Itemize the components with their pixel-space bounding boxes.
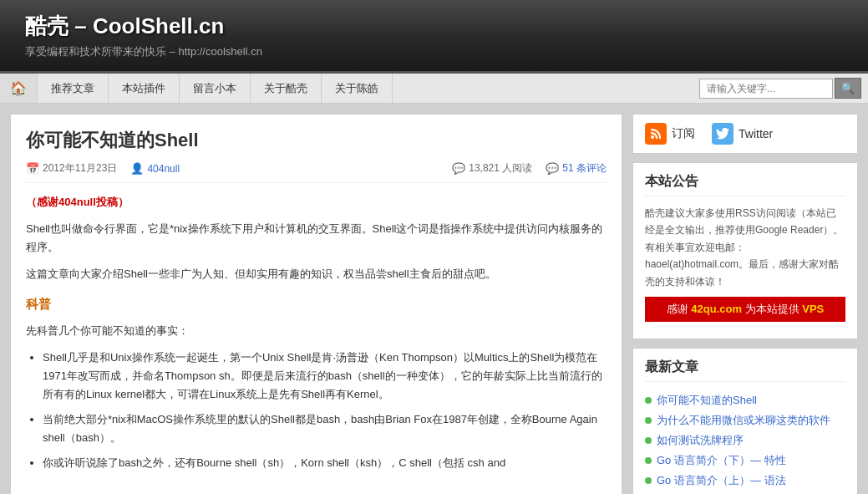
notice-title: 本站公告 — [645, 173, 845, 196]
section-title-1: 科普 — [26, 293, 607, 315]
sidebar: 订阅 Twitter 本站公告 酷壳建议大家多使用RSS访问阅读（本站已经是全文… — [632, 114, 858, 494]
rss-icon — [645, 123, 667, 145]
list-item: Shell几乎是和Unix操作系统一起诞生，第一个Unix Shell是肯·汤普… — [43, 349, 607, 404]
vps-notice: 感谢 42qu.com 为本站提供 VPS — [645, 297, 845, 322]
list-item: 你可能不知道的Shell — [645, 390, 845, 410]
meta-date: 📅 2012年11月23日 — [26, 161, 117, 176]
section-intro: 先科普几个你可能不知道的事实： — [26, 322, 607, 340]
comments-icon: 💬 — [546, 162, 559, 175]
sidebar-notice: 本站公告 酷壳建议大家多使用RSS访问阅读（本站已经是全文输出，推荐使用Goog… — [632, 162, 858, 339]
nav-home-icon[interactable]: 🏠 — [0, 74, 38, 103]
views-icon: 💬 — [452, 162, 465, 175]
article-link[interactable]: 如何测试洗牌程序 — [657, 433, 744, 448]
rss-subscribe[interactable]: 订阅 — [645, 123, 695, 145]
nav-item-about-site[interactable]: 关于酷壳 — [251, 74, 322, 104]
search-input[interactable] — [699, 79, 833, 99]
twitter-follow[interactable]: Twitter — [712, 123, 773, 145]
list-item: Go 语言简介（上）— 语法 — [645, 471, 845, 491]
list-item: 为什么不能用微信或米聊这类的软件 — [645, 410, 845, 430]
twitter-label: Twitter — [739, 127, 773, 140]
site-title: 酷壳 – CoolShell.cn — [25, 12, 843, 41]
nav-item-recommended[interactable]: 推荐文章 — [38, 74, 109, 104]
author-link[interactable]: 404null — [147, 163, 180, 175]
main-layout: 你可能不知道的Shell 📅 2012年11月23日 👤 404null 💬 1… — [0, 104, 868, 494]
article-title: 你可能不知道的Shell — [26, 128, 607, 153]
article-link[interactable]: 你可能不知道的Shell — [657, 393, 757, 408]
meta-views: 💬 13,821 人阅读 — [452, 161, 532, 176]
main-nav: 🏠 推荐文章 本站插件 留言小本 关于酷壳 关于陈皓 🔍 — [0, 74, 868, 104]
article-intro1: Shell也叫做命令行界面，它是*nix操作系统下用户和计算机的交互界面。She… — [26, 220, 607, 257]
author-icon: 👤 — [130, 162, 144, 175]
article-link[interactable]: 为什么不能用微信或米聊这类的软件 — [657, 413, 830, 428]
nav-item-guestbook[interactable]: 留言小本 — [180, 74, 251, 104]
meta-author: 👤 404null — [130, 162, 180, 175]
articles-title: 最新文章 — [645, 359, 845, 382]
thanks-note: （感谢404null投稿） — [26, 193, 607, 211]
sidebar-social: 订阅 Twitter — [632, 114, 858, 154]
notice-text: 酷壳建议大家多使用RSS访问阅读（本站已经是全文输出，推荐使用Google Re… — [645, 205, 845, 290]
site-subtitle: 享受编程和技术所带来的快乐 – http://coolshell.cn — [25, 44, 843, 59]
comments-link[interactable]: 51 条评论 — [562, 161, 607, 176]
bullet-list: Shell几乎是和Unix操作系统一起诞生，第一个Unix Shell是肯·汤普… — [26, 349, 607, 473]
articles-list: 你可能不知道的Shell 为什么不能用微信或米聊这类的软件 如何测试洗牌程序 G… — [645, 390, 845, 491]
twitter-icon — [712, 123, 733, 145]
rss-label: 订阅 — [672, 126, 695, 141]
nav-item-about-author[interactable]: 关于陈皓 — [322, 74, 393, 104]
search-bar: 🔍 — [699, 78, 868, 99]
article-content: 你可能不知道的Shell 📅 2012年11月23日 👤 404null 💬 1… — [10, 114, 622, 494]
svg-point-0 — [651, 135, 654, 139]
sidebar-articles: 最新文章 你可能不知道的Shell 为什么不能用微信或米聊这类的软件 如何测试洗… — [632, 348, 858, 494]
list-item: 如何测试洗牌程序 — [645, 430, 845, 451]
nav-item-plugins[interactable]: 本站插件 — [109, 74, 180, 104]
list-item: 你或许听说除了bash之外，还有Bourne shell（sh），Korn sh… — [43, 454, 607, 472]
thanks-link[interactable]: 404null投稿 — [58, 196, 118, 208]
article-intro2: 这篇文章向大家介绍Shell一些非广为人知、但却实用有趣的知识，权当品尝shel… — [26, 265, 607, 283]
calendar-icon: 📅 — [26, 162, 39, 175]
vps-link[interactable]: 42qu.com — [691, 303, 742, 315]
article-link[interactable]: Go 语言简介（上）— 语法 — [657, 473, 786, 488]
list-item: Go 语言简介（下）— 特性 — [645, 451, 845, 471]
article-meta: 📅 2012年11月23日 👤 404null 💬 13,821 人阅读 💬 5… — [26, 161, 607, 183]
meta-comments: 💬 51 条评论 — [546, 161, 607, 176]
article-link[interactable]: Go 语言简介（下）— 特性 — [657, 453, 786, 468]
search-button[interactable]: 🔍 — [835, 78, 861, 99]
article-body: （感谢404null投稿） Shell也叫做命令行界面，它是*nix操作系统下用… — [26, 193, 607, 473]
list-item: 当前绝大部分*nix和MacOS操作系统里的默认的Shell都是bash，bas… — [43, 410, 607, 447]
vps-link2[interactable]: VPS — [802, 303, 824, 315]
site-header: 酷壳 – CoolShell.cn 享受编程和技术所带来的快乐 – http:/… — [0, 0, 868, 74]
